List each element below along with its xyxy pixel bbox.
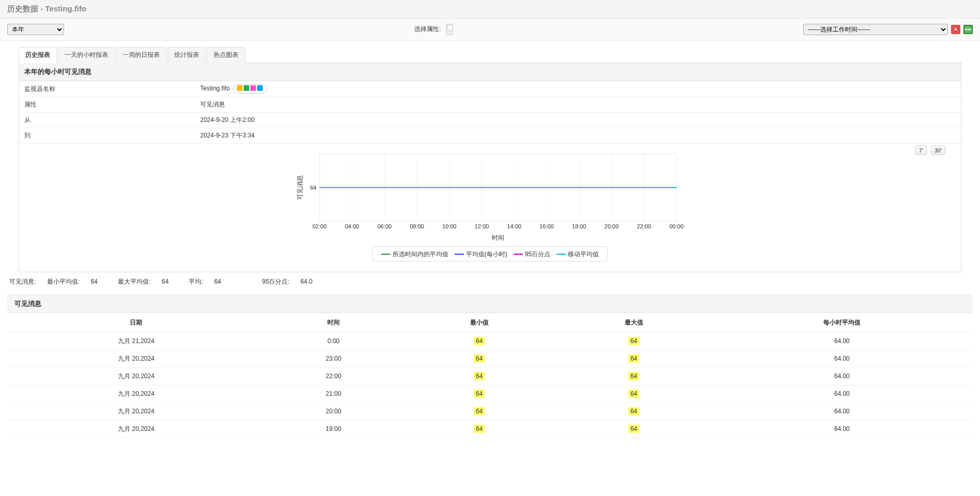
tab-热点图表[interactable]: 热点图表 (207, 47, 245, 63)
meta-key: 属性 (19, 97, 195, 113)
svg-text:时间: 时间 (492, 234, 504, 241)
export-pdf-icon[interactable]: A (951, 25, 960, 34)
column-header[interactable]: 最大值 (556, 313, 711, 333)
svg-text:12:00: 12:00 (474, 223, 489, 229)
table-row: 九月 20,202420:00646464.00 (7, 402, 973, 420)
column-header[interactable]: 每小时平均值 (711, 313, 973, 333)
table-row: 九月 20,202421:00646464.00 (7, 385, 973, 402)
stats-max: 64 (162, 278, 169, 285)
data-table: 日期时间最小值最大值每小时平均值 九月 21,20240:00646464.00… (7, 313, 973, 438)
column-header[interactable]: 最小值 (402, 313, 556, 333)
meta-key: 监视器名称 (19, 81, 195, 97)
svg-text:16:00: 16:00 (539, 223, 554, 229)
svg-text:04:00: 04:00 (344, 223, 359, 229)
toolbar: 本年 选择属性: ------选择工作时间------ A csv (0, 19, 980, 41)
tab-统计报表[interactable]: 统计报表 (168, 47, 206, 63)
svg-text:18:00: 18:00 (572, 223, 586, 229)
legend-item[interactable]: 移动平均值 (556, 250, 599, 259)
table-section-title: 可见消息 (7, 295, 973, 313)
table-row: 九月 20,202423:00646464.00 (7, 350, 973, 367)
tab-历史报表[interactable]: 历史报表 (19, 47, 57, 63)
meta-key: 从 (19, 113, 195, 128)
stats-metric-label: 可见消息: (9, 278, 36, 285)
svg-text:22:00: 22:00 (637, 223, 651, 229)
chart-area: 7' 30' 02:0004:0006:0008:0010:0012:0014:… (19, 144, 961, 272)
worktime-select[interactable]: ------选择工作时间------ (803, 24, 948, 35)
export-csv-icon[interactable]: csv (963, 25, 973, 34)
svg-text:可见消息: 可见消息 (296, 175, 304, 200)
svg-text:08:00: 08:00 (410, 223, 424, 229)
meta-table: 监视器名称Testing.fifo属性可见消息从2024-9-20 上午2:00… (19, 81, 961, 144)
legend-item[interactable]: 所选时间内的平均值 (381, 250, 448, 259)
table-row: 九月 20,202419:00646464.00 (7, 420, 973, 438)
panel-title: 本年的每小时可见消息 (19, 63, 961, 81)
tabs-container: 历史报表一天的小时报表一周的日报表统计报表热点图表 本年的每小时可见消息 监视器… (7, 41, 973, 272)
page-title: 历史数据 - Testing.fifo (7, 4, 86, 13)
svg-text:06:00: 06:00 (377, 223, 391, 229)
tab-一天的小时报表[interactable]: 一天的小时报表 (58, 47, 115, 63)
table-row: 九月 20,202422:00646464.00 (7, 367, 973, 385)
meta-value: 2024-9-20 上午2:00 (195, 113, 961, 128)
period-select[interactable]: 本年 (7, 24, 64, 35)
svg-text:02:00: 02:00 (312, 223, 327, 229)
stats-row: 可见消息: 最小平均值: 64 最大平均值: 64 平均: 64 95百分点: … (7, 272, 973, 295)
tab-一周的日报表[interactable]: 一周的日报表 (116, 47, 167, 63)
zoom-30-button[interactable]: 30' (931, 146, 945, 155)
meta-value: Testing.fifo (195, 81, 961, 97)
zoom-7-button[interactable]: 7' (915, 146, 927, 155)
svg-text:10:00: 10:00 (442, 223, 457, 229)
svg-text:00:00: 00:00 (669, 223, 684, 229)
report-panel: 本年的每小时可见消息 监视器名称Testing.fifo属性可见消息从2024-… (19, 63, 961, 272)
chart: 02:0004:0006:0008:0010:0012:0014:0016:00… (294, 149, 687, 242)
stats-avg: 64 (214, 278, 221, 285)
legend-item[interactable]: 95百分点 (514, 250, 550, 259)
svg-text:64: 64 (310, 184, 316, 191)
column-header[interactable]: 时间 (265, 313, 402, 333)
chart-legend: 所选时间内的平均值平均值(每小时)95百分点移动平均值 (372, 246, 608, 261)
page-header: 历史数据 - Testing.fifo (0, 0, 980, 19)
column-header[interactable]: 日期 (7, 313, 265, 333)
attr-slider[interactable] (446, 24, 453, 35)
svg-text:20:00: 20:00 (604, 223, 619, 229)
monitor-type-icons[interactable] (233, 84, 267, 94)
meta-key: 到 (19, 128, 195, 144)
stats-min: 64 (91, 278, 97, 285)
svg-text:14:00: 14:00 (507, 223, 521, 229)
meta-value: 可见消息 (195, 97, 961, 113)
legend-item[interactable]: 平均值(每小时) (455, 250, 507, 259)
attr-label: 选择属性: (414, 25, 441, 33)
meta-value: 2024-9-23 下午3:34 (195, 128, 961, 144)
table-row: 九月 21,20240:00646464.00 (7, 332, 973, 350)
stats-p95: 64.0 (300, 278, 312, 285)
